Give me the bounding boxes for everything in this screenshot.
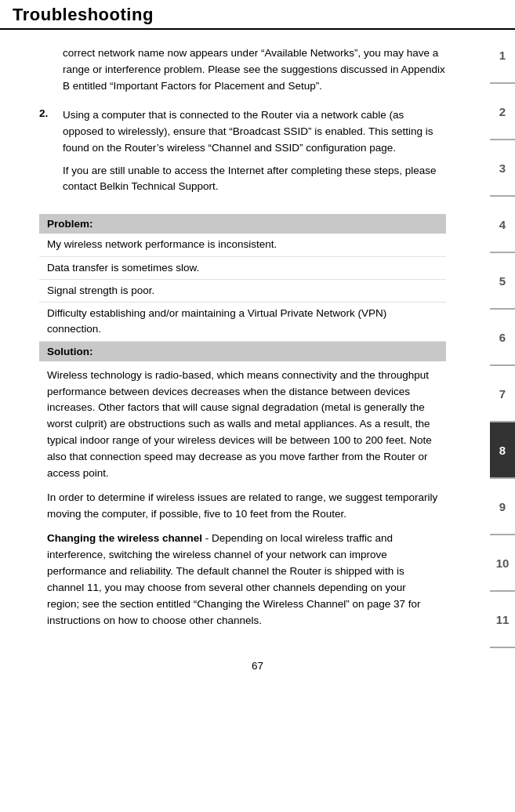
solution-para1: Wireless technology is radio-based, whic… xyxy=(47,368,438,482)
solution-para3-bold: Changing the wireless channel xyxy=(47,532,202,544)
numbered-item-2: 2. Using a computer that is connected to… xyxy=(39,107,446,202)
solution-content: Wireless technology is radio-based, whic… xyxy=(39,361,446,636)
solution-para2: In order to determine if wireless issues… xyxy=(47,490,438,523)
problem-header: Problem: xyxy=(39,214,446,234)
item-content-2: Using a computer that is connected to th… xyxy=(63,107,446,202)
page-container: Troubleshooting 1 2 3 4 5 6 7 8 9 1 xyxy=(0,0,515,812)
problem-item-1: My wireless network performance is incon… xyxy=(39,234,446,256)
page-number: 67 xyxy=(0,651,515,681)
index-tabs: 1 2 3 4 5 6 7 8 9 10 11 xyxy=(490,27,515,648)
solution-para3: Changing the wireless channel - Dependin… xyxy=(47,531,438,629)
solution-para3-rest: - Depending on local wireless traffic an… xyxy=(47,532,421,626)
index-tab-4[interactable]: 4 xyxy=(490,197,515,253)
solution-header: Solution: xyxy=(39,342,446,361)
problem-item-3: Signal strength is poor. xyxy=(39,280,446,303)
intro-block: correct network name now appears under “… xyxy=(39,45,446,95)
title-bar: Troubleshooting xyxy=(0,0,515,30)
item2-para2: If you are still unable to access the In… xyxy=(63,163,446,196)
item-number-2: 2. xyxy=(39,107,55,202)
problem-item-2: Data transfer is sometimes slow. xyxy=(39,257,446,280)
index-tab-10[interactable]: 10 xyxy=(490,535,515,592)
page-title: Troubleshooting xyxy=(13,5,154,24)
main-content: correct network name now appears under “… xyxy=(0,30,485,651)
index-tab-9[interactable]: 9 xyxy=(490,479,515,535)
index-tab-8[interactable]: 8 xyxy=(490,422,515,479)
index-tab-11[interactable]: 11 xyxy=(490,592,515,648)
index-tab-1[interactable]: 1 xyxy=(490,27,515,84)
intro-text: correct network name now appears under “… xyxy=(63,45,446,95)
index-tab-3[interactable]: 3 xyxy=(490,140,515,197)
index-tab-5[interactable]: 5 xyxy=(490,253,515,310)
index-tab-7[interactable]: 7 xyxy=(490,366,515,422)
index-tab-6[interactable]: 6 xyxy=(490,310,515,366)
item2-para1: Using a computer that is connected to th… xyxy=(63,107,446,157)
index-tab-2[interactable]: 2 xyxy=(490,84,515,140)
problem-item-4: Difficulty establishing and/or maintaini… xyxy=(39,303,446,342)
